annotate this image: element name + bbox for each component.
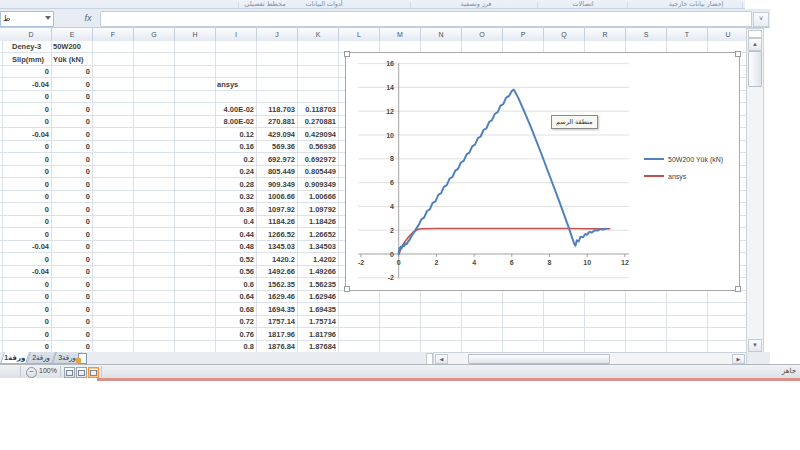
cell-E11[interactable]: 0 — [53, 166, 90, 179]
column-header-L[interactable]: L — [339, 28, 380, 41]
cell-E14[interactable]: 0 — [53, 204, 90, 217]
cell-D17[interactable]: -0.04 — [12, 241, 49, 254]
scroll-right-icon[interactable]: ▶ — [732, 354, 745, 364]
column-header-J[interactable]: J — [257, 28, 298, 41]
cell-K19[interactable]: 1.49266 — [299, 266, 336, 279]
cell-I13[interactable]: 0.32 — [217, 191, 254, 204]
cell-E16[interactable]: 0 — [53, 229, 90, 242]
column-header-P[interactable]: P — [503, 28, 544, 41]
chart-resize-handle[interactable] — [735, 286, 741, 292]
cell-J14[interactable]: 1097.92 — [258, 204, 295, 217]
cell-D9[interactable]: 0 — [12, 141, 49, 154]
cell-E5[interactable]: 0 — [53, 91, 90, 104]
cell-I14[interactable]: 0.36 — [217, 204, 254, 217]
cell-E10[interactable]: 0 — [53, 154, 90, 167]
cell-D14[interactable]: 0 — [12, 204, 49, 217]
legend-entry-ansys[interactable]: ansys — [644, 170, 686, 182]
cell-E20[interactable]: 0 — [53, 279, 90, 292]
cell-J22[interactable]: 1694.35 — [258, 304, 295, 317]
cell-J6[interactable]: 118.703 — [258, 104, 295, 117]
cell-I17[interactable]: 0.48 — [217, 241, 254, 254]
zoom-level[interactable]: 100% — [39, 367, 57, 374]
cell-K20[interactable]: 1.56235 — [299, 279, 336, 292]
cell-D23[interactable]: 0 — [12, 316, 49, 329]
cell-K22[interactable]: 1.69435 — [299, 304, 336, 317]
cell-I15[interactable]: 0.4 — [217, 216, 254, 229]
column-header-E[interactable]: E — [52, 28, 93, 41]
cell-D3[interactable]: 0 — [12, 66, 49, 79]
cell-E9[interactable]: 0 — [53, 141, 90, 154]
cell-E21[interactable]: 0 — [53, 291, 90, 304]
cell-J21[interactable]: 1629.46 — [258, 291, 295, 304]
cell-J12[interactable]: 909.349 — [258, 179, 295, 192]
cell-J10[interactable]: 692.972 — [258, 154, 295, 167]
cell-J20[interactable]: 1562.35 — [258, 279, 295, 292]
cell-E3[interactable]: 0 — [53, 66, 90, 79]
cell-E18[interactable]: 0 — [53, 254, 90, 267]
cell-J9[interactable]: 569.36 — [258, 141, 295, 154]
formula-bar-collapse-button[interactable]: ˅ — [753, 12, 769, 27]
scroll-left-icon[interactable]: ◀ — [435, 354, 448, 364]
cell-K9[interactable]: 0.56936 — [299, 141, 336, 154]
chart-resize-handle[interactable] — [344, 51, 350, 57]
cell-E22[interactable]: 0 — [53, 304, 90, 317]
cell-E24[interactable]: 0 — [53, 329, 90, 342]
cell-E12[interactable]: 0 — [53, 179, 90, 192]
cell-I4[interactable]: ansys — [217, 79, 254, 92]
cell-D21[interactable]: 0 — [12, 291, 49, 304]
cell-D2[interactable]: Slip(mm) — [12, 54, 49, 67]
column-header-K[interactable]: K — [298, 28, 339, 41]
cell-I20[interactable]: 0.6 — [217, 279, 254, 292]
normal-view-button[interactable] — [88, 367, 99, 378]
cell-K11[interactable]: 0.805449 — [299, 166, 336, 179]
cell-I21[interactable]: 0.64 — [217, 291, 254, 304]
cell-I23[interactable]: 0.72 — [217, 316, 254, 329]
cell-J11[interactable]: 805.449 — [258, 166, 295, 179]
legend-entry-experiment[interactable]: 50W200 Yük (kN) — [644, 153, 723, 165]
column-header-G[interactable]: G — [134, 28, 175, 41]
cell-K8[interactable]: 0.429094 — [299, 129, 336, 142]
cell-D18[interactable]: 0 — [12, 254, 49, 267]
cell-D24[interactable]: 0 — [12, 329, 49, 342]
cell-I6[interactable]: 4.00E-02 — [217, 104, 254, 117]
cell-E7[interactable]: 0 — [53, 116, 90, 129]
cell-J17[interactable]: 1345.03 — [258, 241, 295, 254]
cell-D7[interactable]: 0 — [12, 116, 49, 129]
cell-J15[interactable]: 1184.26 — [258, 216, 295, 229]
vertical-scroll-thumb[interactable] — [748, 51, 762, 87]
cell-D13[interactable]: 0 — [12, 191, 49, 204]
cell-K24[interactable]: 1.81796 — [299, 329, 336, 342]
scroll-down-icon[interactable]: ▼ — [748, 339, 762, 352]
cell-J8[interactable]: 429.094 — [258, 129, 295, 142]
cell-I16[interactable]: 0.44 — [217, 229, 254, 242]
name-box-dropdown-icon[interactable] — [45, 16, 51, 20]
horizontal-scroll-thumb[interactable] — [468, 354, 610, 364]
formula-input[interactable] — [100, 11, 752, 27]
column-header-H[interactable]: H — [175, 28, 216, 41]
cell-D4[interactable]: -0.04 — [12, 79, 49, 92]
column-header-N[interactable]: N — [421, 28, 462, 41]
cell-K7[interactable]: 0.270881 — [299, 116, 336, 129]
sheet-tab-1[interactable]: ورقة1 — [0, 352, 30, 364]
column-header-I[interactable]: I — [216, 28, 257, 41]
cell-J23[interactable]: 1757.14 — [258, 316, 295, 329]
zoom-out-button[interactable]: − — [26, 367, 37, 378]
cell-I10[interactable]: 0.2 — [217, 154, 254, 167]
cell-J25[interactable]: 1876.84 — [258, 341, 295, 352]
cell-E8[interactable]: 0 — [53, 129, 90, 142]
cell-E4[interactable]: 0 — [53, 79, 90, 92]
chart-resize-handle[interactable] — [344, 286, 350, 292]
column-header-F[interactable]: F — [93, 28, 134, 41]
cell-I12[interactable]: 0.28 — [217, 179, 254, 192]
cell-I8[interactable]: 0.12 — [217, 129, 254, 142]
vertical-scrollbar[interactable]: ▲ ▼ — [746, 28, 764, 354]
column-header-M[interactable]: M — [380, 28, 421, 41]
vertical-split-handle[interactable] — [748, 30, 762, 38]
cell-D10[interactable]: 0 — [12, 154, 49, 167]
column-header-U[interactable]: U — [708, 28, 746, 41]
cell-J24[interactable]: 1817.96 — [258, 329, 295, 342]
cell-K25[interactable]: 1.87684 — [299, 341, 336, 352]
cell-K16[interactable]: 1.26652 — [299, 229, 336, 242]
cell-I18[interactable]: 0.52 — [217, 254, 254, 267]
cell-K10[interactable]: 0.692972 — [299, 154, 336, 167]
